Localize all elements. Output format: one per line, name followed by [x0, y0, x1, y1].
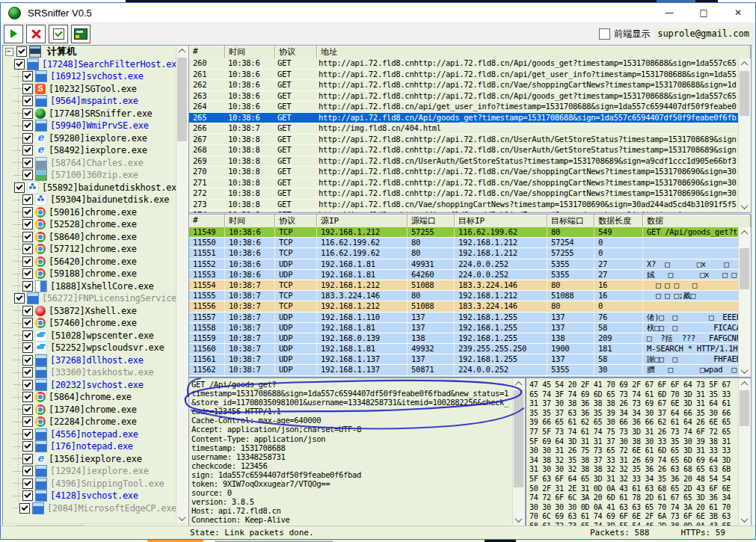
packet-row[interactable]: 1155610:38:7TCP192.168.1.21251088183.3.2…: [189, 301, 739, 312]
http-request-row[interactable]: 26110:38:6GEThttp://api.72.fld8.cnhttp:/…: [189, 70, 739, 81]
packet-row[interactable]: 1155710:38:7UDP192.168.1.110137192.168.1…: [189, 312, 739, 323]
packet-row[interactable]: 1155110:38:6TCP116.62.199.6280192.168.1.…: [189, 248, 739, 259]
adapter-button[interactable]: [71, 25, 90, 43]
packet-row[interactable]: 1155910:38:7UDP192.168.0.139138192.168.1…: [189, 333, 739, 344]
tree-item[interactable]: [53872]Xshell.exe: [3, 305, 176, 318]
process-checkbox[interactable]: [22, 441, 33, 452]
process-checkbox[interactable]: [22, 145, 33, 155]
collapse-expander-icon[interactable]: [5, 48, 13, 56]
process-checkbox[interactable]: [22, 454, 33, 464]
process-checkbox[interactable]: [22, 194, 33, 205]
http-scroll-thumb[interactable]: [740, 71, 749, 116]
stop-capture-button[interactable]: [26, 25, 46, 43]
tree-item[interactable]: [10232]SGTool.exe: [3, 83, 176, 96]
http-request-row[interactable]: 26910:38:8GEThttp://api.72.fld8.cn/UserA…: [189, 156, 739, 167]
process-checkbox[interactable]: [14, 59, 25, 70]
process-checkbox[interactable]: [22, 330, 33, 341]
tree-item[interactable]: [55892]baidunetdiskhost.ex: [3, 182, 176, 194]
tree-item[interactable]: [4128]svchost.exe: [3, 490, 176, 502]
scroll-down-arrow-icon[interactable]: [739, 201, 750, 212]
http-request-row[interactable]: 26310:38:6GEThttp://api.72.fld8.cnhttp:/…: [189, 91, 739, 102]
http-col-index[interactable]: #: [189, 46, 225, 58]
packet-row[interactable]: 1155310:38:6UDP192.168.1.8164260224.0.0.…: [189, 270, 739, 280]
tree-item[interactable]: [16912]svchost.exe: [3, 70, 176, 83]
scroll-down-arrow-icon[interactable]: [176, 513, 188, 524]
http-request-row[interactable]: 26810:38:8GEThttp://api.72.fld8.cnhttp:/…: [189, 145, 739, 156]
packet-col-time[interactable]: 时间: [225, 215, 275, 227]
scroll-down-arrow-icon[interactable]: [739, 514, 750, 526]
packet-col-data[interactable]: 数据: [643, 215, 751, 227]
tree-item[interactable]: [5864]chrome.exe: [3, 391, 176, 404]
packet-col-src-port[interactable]: 源端口: [408, 215, 455, 227]
process-checkbox[interactable]: [22, 355, 33, 366]
tree-item[interactable]: [59016]chrome.exe: [3, 206, 176, 219]
packet-row[interactable]: 1156110:38:7UDP192.168.1.137137192.168.1…: [189, 354, 739, 365]
process-checkbox[interactable]: [19, 503, 30, 514]
tree-item[interactable]: [1356]iexplore.exe: [3, 453, 176, 466]
packet-vertical-scrollbar[interactable]: [738, 227, 751, 377]
http-request-row[interactable]: 26410:38:6GEThttp://api.72.fld8.cn/api/g…: [189, 102, 739, 113]
tree-item[interactable]: [4556]notepad.exe: [3, 428, 176, 441]
process-checkbox[interactable]: [22, 429, 33, 440]
http-request-row[interactable]: 26510:38:6GEThttp://api.72.fld8.cn/Api/g…: [189, 113, 739, 124]
process-checkbox[interactable]: [22, 120, 33, 131]
tree-root-computer[interactable]: 计算机: [3, 46, 176, 58]
packet-col-dst-ip[interactable]: 目标IP: [455, 215, 547, 227]
tree-item[interactable]: [56272]FNPLicensingService: [3, 292, 176, 305]
http-request-row[interactable]: 27010:38:8GEThttp://api.72.fld8.cnhttp:/…: [189, 167, 739, 178]
request-detail-text[interactable]: GET /Api/goods_get?timestamp=1531708688&…: [191, 380, 513, 526]
process-checkbox[interactable]: [22, 281, 33, 292]
process-checkbox[interactable]: [22, 133, 33, 144]
tree-item[interactable]: [56420]chrome.exe: [3, 256, 176, 268]
packet-row[interactable]: 1156310:38:7UDP192.168.1.13752619224.0.0…: [189, 376, 739, 377]
tree-item[interactable]: [1888]XshellCore.exe: [3, 280, 176, 293]
packet-row[interactable]: 1155010:38:6TCP116.62.199.6280192.168.1.…: [189, 238, 739, 248]
scroll-down-arrow-icon[interactable]: [739, 366, 750, 377]
process-checkbox[interactable]: [22, 207, 33, 218]
tree-item[interactable]: [4396]SnippingTool.exe: [3, 478, 176, 490]
tree-item[interactable]: [58764]Charles.exe: [3, 157, 176, 170]
scroll-up-arrow-icon[interactable]: [739, 378, 750, 389]
scroll-up-arrow-icon[interactable]: [176, 46, 188, 57]
http-col-protocol[interactable]: 协议: [275, 46, 317, 58]
http-request-row[interactable]: 27310:38:8GEThttp://api.72.fld8.cn/Vae/s…: [189, 200, 739, 211]
process-checkbox[interactable]: [14, 182, 25, 193]
process-checkbox[interactable]: [22, 478, 33, 489]
http-request-row[interactable]: 27210:38:8GEThttp://api.72.fld8.cnhttp:/…: [189, 188, 739, 200]
tree-item[interactable]: [57100]360zip.exe: [3, 169, 176, 182]
process-checkbox[interactable]: [22, 108, 33, 119]
hex-vertical-scrollbar[interactable]: [738, 378, 751, 526]
process-checkbox[interactable]: [22, 84, 33, 94]
process-checkbox[interactable]: [22, 71, 33, 81]
scroll-up-arrow-icon[interactable]: [513, 378, 524, 389]
process-checkbox[interactable]: [22, 404, 33, 415]
process-checkbox[interactable]: [14, 293, 25, 304]
tree-item[interactable]: [12924]iexplore.exe: [3, 465, 176, 478]
packet-row[interactable]: 1154910:38:6TCP192.168.1.21257255116.62.…: [189, 227, 739, 238]
packet-row[interactable]: 1155810:38:7UDP192.168.1.81137192.168.1.…: [189, 323, 739, 333]
http-request-row[interactable]: 27410:38:8GEThttp://img.fld8.cnhttp://im…: [189, 210, 739, 212]
tree-item[interactable]: [22284]chrome.exe: [3, 416, 176, 428]
process-checkbox[interactable]: [22, 170, 33, 180]
packet-row[interactable]: 1156010:38:7UDP192.168.1.8149932239.255.…: [189, 344, 739, 354]
packet-scroll-thumb[interactable]: [740, 248, 749, 289]
packet-col-src-ip[interactable]: 源IP: [317, 215, 408, 227]
tree-item[interactable]: [2084]MicrosoftEdgeCP.exe: [3, 502, 176, 515]
tree-vertical-scrollbar[interactable]: [176, 46, 188, 524]
maximize-button[interactable]: □: [686, 3, 721, 22]
http-col-address[interactable]: 地址: [317, 46, 751, 58]
tree-item[interactable]: [33360]taskhostw.exe: [3, 366, 176, 379]
http-request-row[interactable]: 26210:38:6GEThttp://api.72.fld8.cnhttp:/…: [189, 80, 739, 91]
tree-item[interactable]: [52252]wpscloudsvr.exe: [3, 342, 176, 354]
tree-item[interactable]: [37268]dllhost.exe: [3, 354, 176, 367]
process-checkbox[interactable]: [22, 244, 33, 254]
tree-item[interactable]: [59188]chrome.exe: [3, 268, 176, 280]
tree-item[interactable]: [9564]mspaint.exe: [3, 95, 176, 108]
detail-scroll-thumb[interactable]: [514, 390, 523, 487]
tree-item[interactable]: [51028]wpscenter.exe: [3, 330, 176, 342]
packet-row[interactable]: 1155510:38:7TCP183.3.224.14680192.168.1.…: [189, 291, 739, 301]
tree-item[interactable]: [58640]chrome.exe: [3, 231, 176, 244]
tree-item[interactable]: [20232]svchost.exe: [3, 379, 176, 392]
process-checkbox[interactable]: [22, 232, 33, 242]
hex-scroll-thumb[interactable]: [740, 390, 749, 426]
